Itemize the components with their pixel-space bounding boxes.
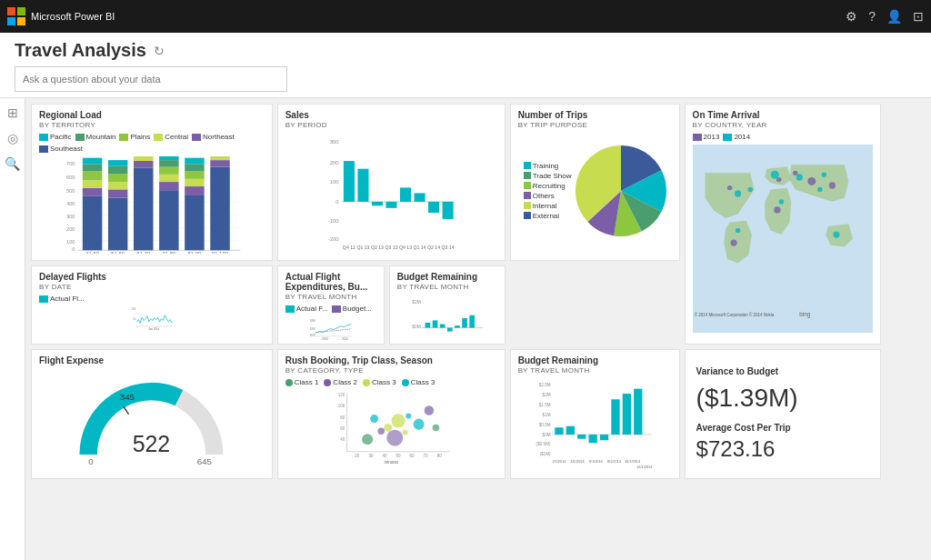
svg-line-121 <box>124 406 129 414</box>
budget-rem-small-card: Budget Remaining BY TRAVEL MONTH $2M $0M <box>389 265 506 345</box>
svg-rect-117 <box>469 315 475 328</box>
svg-rect-30 <box>108 174 127 182</box>
svg-text:71-80: 71-80 <box>162 251 175 254</box>
budget-rem-large-title: Budget Remaining <box>518 355 672 365</box>
svg-rect-41 <box>159 175 178 182</box>
svg-text:Jan 2014: Jan 2014 <box>148 327 159 331</box>
sidebar-home-icon[interactable]: ⊞ <box>7 105 18 120</box>
budget-rem-small-chart: $2M $0M <box>397 295 497 335</box>
svg-text:51-60: 51-60 <box>111 251 125 254</box>
variance-card: Variance to Budget ($1.39M) Average Cost… <box>685 349 881 479</box>
svg-rect-160 <box>577 435 586 439</box>
svg-text:bing: bing <box>799 311 810 318</box>
logo-area: Microsoft Power BI <box>7 7 115 25</box>
actual-exp-subtitle: BY TRAVEL MONTH <box>285 293 376 301</box>
svg-rect-70 <box>385 202 396 208</box>
svg-text:300: 300 <box>66 214 75 219</box>
svg-text:6/1/2014: 6/1/2014 <box>588 459 603 464</box>
regional-load-title: Regional Load <box>39 110 265 120</box>
svg-text:200: 200 <box>66 226 75 232</box>
flight-exp-title: Flight Expense <box>39 355 265 365</box>
svg-rect-46 <box>185 195 204 250</box>
svg-text:60: 60 <box>409 454 415 458</box>
svg-point-88 <box>774 206 780 213</box>
svg-text:8/1/2014: 8/1/2014 <box>607 459 622 464</box>
svg-text:70: 70 <box>423 454 428 458</box>
rush-booking-card: Rush Booking, Trip Class, Season BY CATE… <box>277 349 506 479</box>
svg-point-141 <box>391 414 405 427</box>
sidebar-circle-icon[interactable]: ◎ <box>7 131 18 145</box>
svg-rect-28 <box>108 189 127 197</box>
settings-icon[interactable]: ⚙ <box>846 9 857 24</box>
svg-text:$0M: $0M <box>310 334 315 337</box>
actual-exp-title: Actual Flight Expenditures, Bu... <box>285 272 376 292</box>
svg-point-80 <box>735 190 741 196</box>
sales-chart: 300 200 100 0 -100 -200 Q4 12 Q1 13 Q2 1… <box>285 133 497 250</box>
svg-text:5k: 5k <box>133 317 136 321</box>
svg-text:100: 100 <box>66 239 75 245</box>
svg-rect-29 <box>108 182 127 189</box>
ontime-card: On Time Arrival BY COUNTRY, YEAR 2013 20… <box>685 104 881 345</box>
topbar-icons: ⚙ ? 👤 ⊡ <box>846 9 924 24</box>
svg-text:40: 40 <box>382 454 387 458</box>
svg-point-139 <box>377 427 385 435</box>
svg-point-85 <box>807 177 816 185</box>
svg-rect-162 <box>600 435 608 440</box>
delayed-legend: Actual Fl... <box>39 295 265 303</box>
trips-subtitle: BY TRIP PURPOSE <box>518 121 672 129</box>
svg-text:60: 60 <box>340 426 345 431</box>
svg-rect-116 <box>462 318 467 328</box>
trips-legend: Training Trade Show Recruiting Others In… <box>524 162 572 220</box>
svg-point-143 <box>413 419 424 430</box>
svg-text:$0M: $0M <box>542 433 550 437</box>
windows-icon[interactable]: ⊡ <box>913 9 924 24</box>
legend-central: Central <box>154 133 188 141</box>
regional-load-subtitle: BY TERRITORY <box>39 121 265 129</box>
rush-title: Rush Booking, Trip Class, Season <box>285 355 497 365</box>
svg-point-148 <box>402 430 407 435</box>
svg-text:($0.5M): ($0.5M) <box>536 443 550 447</box>
legend-pacific-color <box>39 134 48 141</box>
svg-point-86 <box>821 172 826 176</box>
user-icon[interactable]: 👤 <box>886 9 902 24</box>
svg-rect-76 <box>428 202 439 213</box>
trips-card: Number of Trips BY TRIP PURPOSE Training… <box>510 104 680 261</box>
actual-exp-card: Actual Flight Expenditures, Bu... BY TRA… <box>277 265 385 345</box>
svg-rect-66 <box>357 169 368 202</box>
svg-rect-78 <box>442 202 453 219</box>
refresh-icon[interactable]: ↻ <box>154 44 165 58</box>
svg-text:645: 645 <box>197 456 212 466</box>
svg-rect-32 <box>108 160 127 166</box>
svg-rect-115 <box>455 326 460 328</box>
svg-point-84 <box>796 174 802 180</box>
svg-rect-0 <box>7 7 15 15</box>
svg-text:300: 300 <box>329 139 339 145</box>
sidebar: ⊞ ◎ 🔍 <box>0 98 25 560</box>
search-input[interactable] <box>15 66 287 92</box>
svg-text:Q3 14: Q3 14 <box>441 245 454 250</box>
microsoft-logo-icon <box>7 7 25 25</box>
ontime-title: On Time Arrival <box>693 110 873 120</box>
ontime-subtitle: BY COUNTRY, YEAR <box>693 121 873 129</box>
trips-pie-chart <box>576 145 666 236</box>
avg-cost-label: Average Cost Per Trip <box>696 423 869 433</box>
help-icon[interactable]: ? <box>868 9 876 24</box>
svg-rect-3 <box>17 17 25 25</box>
sidebar-search-icon[interactable]: 🔍 <box>5 156 20 171</box>
svg-text:522: 522 <box>133 431 171 456</box>
svg-rect-161 <box>588 435 596 443</box>
avg-cost-value: $723.16 <box>696 436 869 462</box>
svg-text:($1M): ($1M) <box>539 452 551 456</box>
gauge-chart: 522 0 645 345 <box>50 366 253 467</box>
legend-pacific: Pacific <box>39 133 72 141</box>
svg-text:$2.5M: $2.5M <box>538 383 550 387</box>
svg-rect-42 <box>159 167 178 175</box>
legend-plains: Plains <box>119 133 150 141</box>
svg-rect-112 <box>432 321 437 328</box>
regional-load-legend: Pacific Mountain Plains Central Northeas… <box>39 133 265 153</box>
budget-rem-large-subtitle: BY TRAVEL MONTH <box>518 366 672 375</box>
svg-text:500: 500 <box>66 188 75 194</box>
actual-exp-chart: $4M $2M $0M 2012 2014 <box>285 316 376 341</box>
svg-point-146 <box>386 430 403 446</box>
header-row: Travel Analysis ↻ <box>15 40 916 61</box>
